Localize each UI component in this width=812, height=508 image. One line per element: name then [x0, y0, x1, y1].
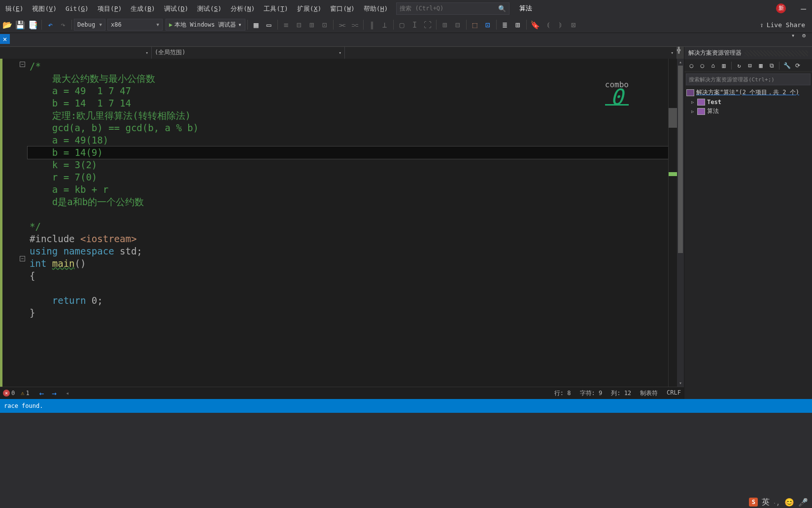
scroll-down-icon[interactable]: ▾	[677, 380, 684, 387]
minimize-icon[interactable]: —	[801, 3, 806, 14]
code-editor[interactable]: − − /* 最大公约数与最小公倍数 a = 49 1 7 47 b = 14 …	[0, 59, 684, 387]
status-line[interactable]: 行: 8	[554, 389, 571, 398]
tb-icon-22[interactable]: ⊠	[568, 19, 579, 31]
tb-icon-2[interactable]: ▭	[263, 19, 275, 31]
show-all-icon[interactable]: ▦	[756, 61, 766, 71]
status-col[interactable]: 列: 12	[611, 389, 631, 398]
tb-icon-8[interactable]: ⫗	[349, 19, 361, 31]
menu-tools[interactable]: 工具(T)	[259, 1, 292, 16]
menu-project[interactable]: 项目(P)	[93, 1, 126, 16]
tb-icon-13[interactable]: ⛶	[422, 19, 434, 31]
vertical-scrollbar[interactable]: ▴ ▾	[677, 59, 684, 387]
undo-icon[interactable]: ↶	[44, 19, 56, 31]
fwd-icon[interactable]: ◯	[697, 61, 707, 71]
solution-root[interactable]: 解决方案"算法"(2 个项目，共 2 个)	[684, 88, 812, 97]
menu-analyze[interactable]: 分析(N)	[226, 1, 259, 16]
switch-view-icon[interactable]: ▥	[719, 61, 729, 71]
tb-icon-5[interactable]: ⊞	[306, 19, 318, 31]
tb-icon-14[interactable]: ⊞	[439, 19, 451, 31]
collapse-icon[interactable]: ⊟	[745, 61, 755, 71]
tb-icon-6[interactable]: ⊡	[319, 19, 331, 31]
ime-logo-icon[interactable]: S	[749, 498, 758, 507]
line-gutter	[0, 59, 19, 387]
project-icon	[697, 108, 705, 115]
menu-build[interactable]: 生成(B)	[126, 1, 159, 16]
expand-icon[interactable]: ▷	[691, 109, 697, 114]
scroll-thumb[interactable]	[678, 66, 683, 253]
tb-icon-17[interactable]: ⊡	[482, 19, 494, 31]
live-share-button[interactable]: ⇪ Live Share	[754, 21, 811, 29]
platform-dropdown[interactable]: x86▼	[107, 19, 163, 31]
navigation-bar: ▾ (全局范围)▾ ▾ ╬	[0, 47, 684, 59]
project-suanfa[interactable]: ▷ 算法	[684, 107, 812, 116]
menu-extensions[interactable]: 扩展(X)	[293, 1, 326, 16]
ime-lang[interactable]: 英	[762, 497, 770, 508]
menu-test[interactable]: 测试(S)	[193, 1, 226, 16]
expand-icon[interactable]: ▷	[691, 100, 697, 105]
solution-explorer-title[interactable]: 解决方案资源管理器	[684, 47, 812, 59]
tb-icon-4[interactable]: ⊟	[293, 19, 305, 31]
preview-icon[interactable]: ⟳	[793, 61, 803, 71]
ime-smile-icon[interactable]: 😊	[784, 498, 794, 507]
menu-help[interactable]: 帮助(H)	[359, 1, 392, 16]
solution-search[interactable]: 搜索解决方案资源管理器(Ctrl+;)	[686, 73, 811, 85]
nav-back-icon[interactable]: ←	[39, 389, 44, 398]
status-char[interactable]: 字符: 9	[580, 389, 603, 398]
scroll-up-icon[interactable]: ▴	[677, 59, 684, 66]
tb-icon-18[interactable]: ≣	[499, 19, 511, 31]
tb-icon-15[interactable]: ⊟	[452, 19, 464, 31]
save-icon[interactable]: 💾	[14, 19, 26, 31]
gear-icon[interactable]: ⚙	[802, 32, 810, 40]
tb-icon-1[interactable]: ▦	[250, 19, 262, 31]
home-icon[interactable]: ⌂	[708, 61, 718, 71]
quick-search[interactable]: 🔍	[396, 2, 509, 15]
ime-mic-icon[interactable]: 🎤	[798, 498, 808, 507]
save-all-icon[interactable]: 📑	[27, 19, 39, 31]
bookmark-icon[interactable]: 🔖	[529, 19, 541, 31]
project-scope-dropdown[interactable]: ▾	[0, 47, 152, 59]
scope-dropdown[interactable]: (全局范围)▾	[152, 47, 345, 59]
tab-close-icon[interactable]: ✕	[0, 34, 10, 44]
project-test[interactable]: ▷ Test	[684, 97, 812, 107]
back-icon[interactable]: ◯	[686, 61, 696, 71]
split-icon[interactable]: ╬	[677, 47, 684, 59]
tb-icon-19[interactable]: ⊞	[512, 19, 524, 31]
status-crlf[interactable]: CRLF	[667, 389, 681, 398]
menu-git[interactable]: Git(G)	[61, 1, 93, 16]
tb-icon-7[interactable]: ⫘	[336, 19, 348, 31]
menu-edit[interactable]: 辑(E)	[1, 1, 28, 16]
tb-icon-3[interactable]: ≡	[280, 19, 292, 31]
tb-icon-16[interactable]: ⬚	[469, 19, 481, 31]
menu-view[interactable]: 视图(V)	[28, 1, 61, 16]
status-tabs[interactable]: 制表符	[640, 389, 658, 398]
copy-icon[interactable]: ⧉	[767, 61, 777, 71]
tb-icon-11[interactable]: ▢	[396, 19, 408, 31]
tb-icon-12[interactable]: I	[409, 19, 421, 31]
tb-icon-21[interactable]: ⟭	[555, 19, 567, 31]
menu-window[interactable]: 窗口(W)	[326, 1, 359, 16]
solution-tree[interactable]: 解决方案"算法"(2 个项目，共 2 个) ▷ Test ▷ 算法	[684, 87, 812, 117]
output-message: race found.	[4, 402, 43, 409]
tb-icon-9[interactable]: ∥	[366, 19, 378, 31]
fold-toggle-2[interactable]: −	[20, 256, 25, 261]
dropdown-icon[interactable]: ▾	[791, 32, 799, 40]
new-badge[interactable]: 新	[776, 3, 786, 13]
nav-fwd-icon[interactable]: →	[52, 389, 57, 398]
local-debugger-button[interactable]: ▶本地 Windows 调试器▾	[166, 19, 245, 31]
warning-count[interactable]: ⚠1	[21, 390, 29, 397]
fold-toggle[interactable]: −	[20, 62, 25, 67]
tb-icon-10[interactable]: ⊥	[379, 19, 391, 31]
properties-icon[interactable]: 🔧	[782, 61, 792, 71]
overview-ruler[interactable]	[668, 59, 677, 387]
open-file-icon[interactable]: 📂	[1, 19, 13, 31]
search-input[interactable]	[400, 5, 498, 12]
code-content[interactable]: /* 最大公约数与最小公倍数 a = 49 1 7 47 b = 14 1 7 …	[28, 59, 668, 387]
tb-icon-20[interactable]: ⟬	[542, 19, 554, 31]
refresh-icon[interactable]: ↻	[734, 61, 744, 71]
menu-debug[interactable]: 调试(D)	[160, 1, 193, 16]
search-icon[interactable]: 🔍	[498, 5, 506, 12]
redo-icon[interactable]: ↷	[57, 19, 69, 31]
config-dropdown[interactable]: Debug▼	[74, 19, 105, 31]
member-dropdown[interactable]: ▾	[345, 47, 677, 59]
error-count[interactable]: ✕0	[3, 390, 15, 397]
